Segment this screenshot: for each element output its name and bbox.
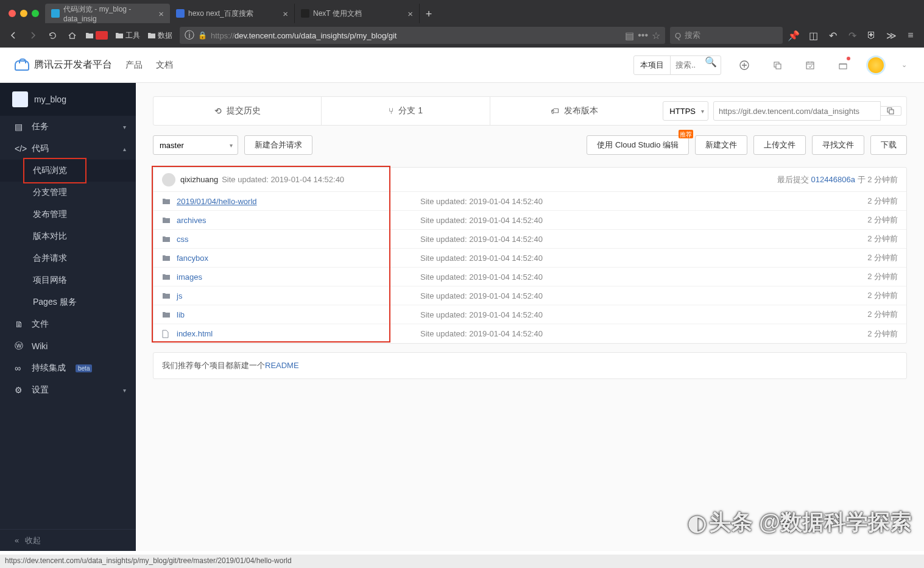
- folder-icon: [162, 235, 172, 243]
- file-time: 2 分钟前: [867, 233, 898, 244]
- file-time: 2 分钟前: [867, 328, 898, 339]
- file-commit-msg: Site updated: 2019-01-04 14:52:40: [420, 216, 867, 225]
- browser-tab-1[interactable]: hexo next_百度搜索 ×: [170, 4, 295, 23]
- sidebar-item-branch[interactable]: 分支管理: [0, 182, 136, 204]
- upload-button[interactable]: 上传文件: [753, 135, 806, 155]
- tab-close-icon[interactable]: ×: [407, 9, 413, 19]
- sidebar-item-tasks[interactable]: ▤ 任务 ▾: [0, 116, 136, 138]
- tab-release[interactable]: 🏷发布版本: [490, 97, 658, 125]
- scope-label[interactable]: 本项目: [634, 56, 671, 74]
- address-bar[interactable]: ⓘ 🔒 https://dev.tencent.com/u/data_insig…: [180, 27, 665, 44]
- new-tab-button[interactable]: +: [420, 5, 438, 23]
- file-commit-msg: Site updated: 2019-01-04 14:52:40: [420, 235, 867, 244]
- reader-icon[interactable]: ▤: [625, 30, 634, 41]
- url-text: https://dev.tencent.com/u/data_insights/…: [211, 31, 621, 40]
- file-name[interactable]: fancybox: [177, 254, 420, 263]
- file-name[interactable]: css: [177, 235, 420, 244]
- file-row[interactable]: imagesSite updated: 2019-01-04 14:52:402…: [153, 268, 906, 286]
- file-row[interactable]: libSite updated: 2019-01-04 14:52:402 分钟…: [153, 305, 906, 324]
- calendar-icon[interactable]: [800, 55, 820, 75]
- wiki-icon: ⓦ: [15, 341, 24, 351]
- file-row[interactable]: fancyboxSite updated: 2019-01-04 14:52:4…: [153, 249, 906, 268]
- site-info-icon[interactable]: ⓘ: [185, 29, 194, 42]
- create-button[interactable]: [735, 55, 754, 75]
- undo-icon[interactable]: ↶: [824, 27, 841, 44]
- menu-icon[interactable]: ≡: [902, 27, 919, 44]
- app-header: 腾讯云开发者平台 产品 文档 本项目 🔍 ⌄: [0, 48, 924, 83]
- file-name[interactable]: lib: [177, 310, 420, 319]
- sidebar-item-ci[interactable]: ∞ 持续集成 beta: [0, 357, 136, 379]
- search-scope[interactable]: 本项目 🔍: [633, 55, 721, 75]
- file-row[interactable]: jsSite updated: 2019-01-04 14:52:402 分钟前: [153, 286, 906, 305]
- tab-close-icon[interactable]: ×: [283, 9, 288, 19]
- sidebar-item-network[interactable]: 项目网络: [0, 269, 136, 291]
- avatar[interactable]: [866, 55, 886, 75]
- bookmark-folder[interactable]: [83, 30, 110, 41]
- redo-icon[interactable]: ↷: [844, 27, 861, 44]
- sidebar-item-release[interactable]: 发布管理: [0, 204, 136, 225]
- maximize-window-icon[interactable]: [32, 10, 39, 17]
- copy-icon[interactable]: [767, 55, 787, 75]
- file-name[interactable]: index.html: [177, 329, 420, 338]
- search-icon[interactable]: 🔍: [701, 56, 721, 74]
- clone-url-input[interactable]: [713, 101, 881, 121]
- browser-tab-0[interactable]: 代码浏览 - my_blog - data_insig ×: [45, 4, 170, 23]
- window-controls[interactable]: [5, 10, 45, 23]
- sidebar-item-code[interactable]: </> 代码 ▴: [0, 138, 136, 160]
- sidebar-item-pages[interactable]: Pages 服务: [0, 291, 136, 313]
- search-box[interactable]: Q 搜索: [670, 27, 783, 44]
- bookmark-data[interactable]: 数据: [145, 29, 175, 42]
- last-commit-row[interactable]: qixizhuang Site updated: 2019-01-04 14:5…: [153, 168, 906, 192]
- overflow-icon[interactable]: ≫: [883, 27, 900, 44]
- browser-tab-2[interactable]: NexT 使用文档 ×: [295, 4, 420, 23]
- sidebar-item-code-browse[interactable]: 代码浏览: [0, 160, 136, 182]
- minimize-window-icon[interactable]: [20, 10, 27, 17]
- cloud-studio-button[interactable]: 使用 Cloud Studio 编辑: [587, 135, 689, 155]
- sidebar-item-diff[interactable]: 版本对比: [0, 225, 136, 247]
- shield-icon[interactable]: ⛨: [863, 27, 880, 44]
- user-menu-caret-icon[interactable]: ⌄: [899, 61, 909, 69]
- file-name[interactable]: images: [177, 272, 420, 282]
- file-name[interactable]: js: [177, 291, 420, 300]
- tab-close-icon[interactable]: ×: [158, 9, 164, 19]
- new-mr-button[interactable]: 新建合并请求: [244, 135, 312, 155]
- nav-product[interactable]: 产品: [125, 60, 143, 71]
- tab-branch[interactable]: ⑂分支 1: [322, 97, 490, 125]
- reload-button[interactable]: [44, 27, 61, 44]
- brand-logo[interactable]: 腾讯云开发者平台: [15, 59, 112, 71]
- bookmark-star-icon[interactable]: ☆: [652, 30, 660, 41]
- file-row[interactable]: archivesSite updated: 2019-01-04 14:52:4…: [153, 211, 906, 230]
- home-button[interactable]: [63, 27, 80, 44]
- close-window-icon[interactable]: [9, 10, 16, 17]
- notification-icon[interactable]: [833, 55, 853, 75]
- folder-icon: [162, 311, 172, 318]
- find-file-button[interactable]: 寻找文件: [812, 135, 864, 155]
- more-icon[interactable]: •••: [638, 30, 648, 41]
- new-file-button[interactable]: 新建文件: [695, 135, 747, 155]
- branch-select[interactable]: master: [153, 135, 238, 155]
- project-header[interactable]: my_blog: [0, 83, 136, 116]
- sidebar-item-mr[interactable]: 合并请求: [0, 247, 136, 269]
- file-row[interactable]: 2019/01/04/hello-worldSite updated: 2019…: [153, 192, 906, 211]
- watermark: ◐ 头条 @数据科学探索: [688, 508, 912, 538]
- download-button[interactable]: 下载: [870, 135, 907, 155]
- file-name[interactable]: 2019/01/04/hello-world: [177, 197, 420, 206]
- sidebar-item-wiki[interactable]: ⓦ Wiki: [0, 335, 136, 357]
- sidebar-collapse[interactable]: « 收起: [0, 529, 136, 551]
- pin-icon[interactable]: 📌: [785, 27, 802, 44]
- forward-button[interactable]: [24, 27, 41, 44]
- sidebar-item-settings[interactable]: ⚙ 设置 ▾: [0, 379, 136, 401]
- header-search-input[interactable]: [671, 56, 701, 74]
- tab-history[interactable]: ⟲提交历史: [153, 97, 322, 125]
- file-name[interactable]: archives: [177, 216, 420, 225]
- sidebar-item-files[interactable]: 🗎 文件: [0, 313, 136, 335]
- readme-link[interactable]: README: [265, 361, 299, 370]
- bookmark-tools[interactable]: 工具: [113, 29, 143, 42]
- nav-docs[interactable]: 文档: [156, 60, 173, 71]
- back-button[interactable]: [5, 27, 22, 44]
- sidebar-icon[interactable]: ◫: [805, 27, 822, 44]
- clone-proto-select[interactable]: HTTPS: [663, 101, 708, 121]
- file-row[interactable]: index.htmlSite updated: 2019-01-04 14:52…: [153, 324, 906, 343]
- file-row[interactable]: cssSite updated: 2019-01-04 14:52:402 分钟…: [153, 230, 906, 249]
- copy-button[interactable]: [881, 106, 901, 116]
